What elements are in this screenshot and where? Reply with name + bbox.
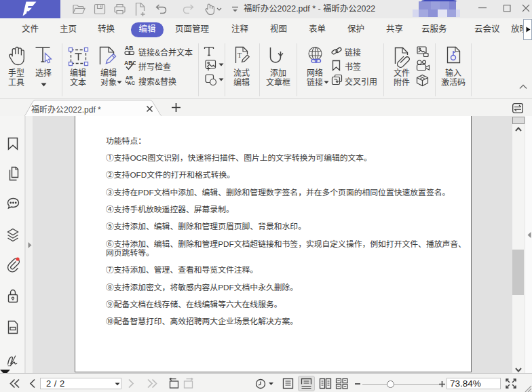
svg-text:T: T [238,52,242,59]
svg-text:AB: AB [125,45,133,52]
svg-text:AC: AC [128,80,135,85]
svg-text:ABC: ABC [124,60,136,66]
